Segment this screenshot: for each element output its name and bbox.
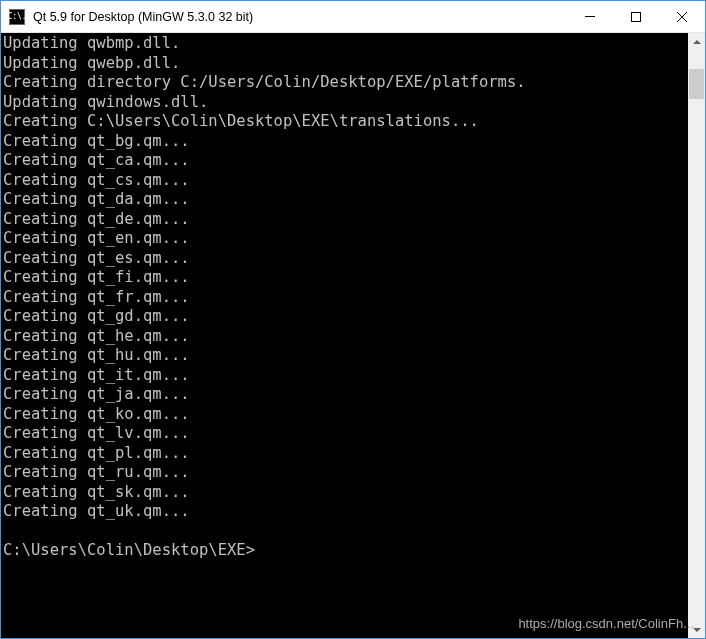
window-controls	[567, 1, 705, 32]
scrollbar[interactable]	[688, 33, 705, 638]
minimize-icon	[585, 16, 595, 17]
terminal-area: Updating qwbmp.dll.Updating qwebp.dll.Cr…	[1, 33, 705, 638]
terminal-line: Updating qwindows.dll.	[3, 93, 686, 113]
terminal-prompt: C:\Users\Colin\Desktop\EXE>	[3, 541, 686, 561]
terminal-line: Creating directory C:/Users/Colin/Deskto…	[3, 73, 686, 93]
terminal-line: Creating qt_he.qm...	[3, 327, 686, 347]
terminal-line: Creating qt_it.qm...	[3, 366, 686, 386]
scroll-up-button[interactable]	[688, 33, 705, 50]
terminal-line: Creating qt_ru.qm...	[3, 463, 686, 483]
terminal-line: Creating qt_sk.qm...	[3, 483, 686, 503]
svg-rect-0	[585, 16, 595, 17]
terminal-line: Creating qt_da.qm...	[3, 190, 686, 210]
terminal-line: Creating C:\Users\Colin\Desktop\EXE\tran…	[3, 112, 686, 132]
terminal-line: Creating qt_bg.qm...	[3, 132, 686, 152]
terminal-line: Creating qt_gd.qm...	[3, 307, 686, 327]
chevron-down-icon	[693, 628, 701, 632]
terminal-line: Creating qt_es.qm...	[3, 249, 686, 269]
terminal-line: Creating qt_fr.qm...	[3, 288, 686, 308]
window-title: Qt 5.9 for Desktop (MinGW 5.3.0 32 bit)	[33, 10, 567, 24]
terminal-line: Creating qt_hu.qm...	[3, 346, 686, 366]
maximize-button[interactable]	[613, 1, 659, 32]
terminal-line: Creating qt_ja.qm...	[3, 385, 686, 405]
terminal-line: Creating qt_de.qm...	[3, 210, 686, 230]
terminal-line: Updating qwbmp.dll.	[3, 34, 686, 54]
terminal-line: Creating qt_pl.qm...	[3, 444, 686, 464]
terminal-line: Creating qt_uk.qm...	[3, 502, 686, 522]
app-icon: C:\.	[9, 9, 25, 25]
titlebar: C:\. Qt 5.9 for Desktop (MinGW 5.3.0 32 …	[1, 1, 705, 33]
terminal-line: Creating qt_cs.qm...	[3, 171, 686, 191]
terminal-line: Creating qt_fi.qm...	[3, 268, 686, 288]
terminal-line: Creating qt_ca.qm...	[3, 151, 686, 171]
terminal-output[interactable]: Updating qwbmp.dll.Updating qwebp.dll.Cr…	[1, 33, 688, 638]
app-window: C:\. Qt 5.9 for Desktop (MinGW 5.3.0 32 …	[0, 0, 706, 639]
minimize-button[interactable]	[567, 1, 613, 32]
svg-rect-1	[632, 12, 641, 21]
close-button[interactable]	[659, 1, 705, 32]
terminal-line: Creating qt_lv.qm...	[3, 424, 686, 444]
close-icon	[677, 12, 687, 22]
terminal-line: Updating qwebp.dll.	[3, 54, 686, 74]
chevron-up-icon	[693, 40, 701, 44]
scroll-down-button[interactable]	[688, 621, 705, 638]
maximize-icon	[631, 12, 641, 22]
terminal-line: Creating qt_en.qm...	[3, 229, 686, 249]
scroll-thumb[interactable]	[689, 69, 704, 99]
terminal-line: Creating qt_ko.qm...	[3, 405, 686, 425]
